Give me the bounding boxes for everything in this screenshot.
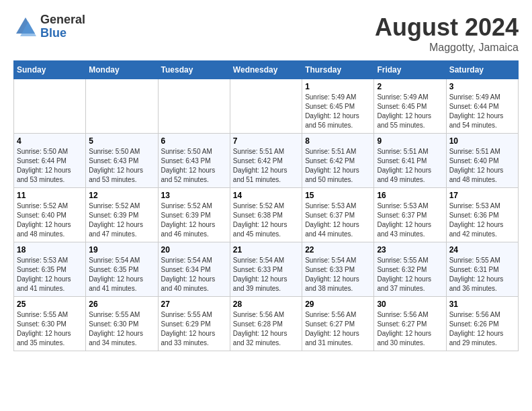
- calendar-cell: 15Sunrise: 5:53 AM Sunset: 6:37 PM Dayli…: [302, 188, 374, 242]
- day-info-text: Sunrise: 5:55 AM Sunset: 6:29 PM Dayligh…: [161, 310, 227, 348]
- calendar-cell: [86, 79, 158, 134]
- calendar-cell: 14Sunrise: 5:52 AM Sunset: 6:38 PM Dayli…: [230, 188, 302, 242]
- day-number: 7: [233, 136, 299, 146]
- page-header: General Blue August 2024 Maggotty, Jamai…: [13, 13, 519, 54]
- day-info-text: Sunrise: 5:54 AM Sunset: 6:33 PM Dayligh…: [305, 256, 371, 293]
- calendar-table: SundayMondayTuesdayWednesdayThursdayFrid…: [13, 60, 519, 351]
- day-info-text: Sunrise: 5:54 AM Sunset: 6:33 PM Dayligh…: [233, 256, 299, 293]
- calendar-cell: 2Sunrise: 5:49 AM Sunset: 6:45 PM Daylig…: [374, 79, 446, 134]
- day-info-text: Sunrise: 5:52 AM Sunset: 6:39 PM Dayligh…: [89, 201, 154, 239]
- calendar-cell: 5Sunrise: 5:50 AM Sunset: 6:43 PM Daylig…: [86, 134, 158, 188]
- day-number: 1: [305, 82, 371, 91]
- logo: General Blue: [13, 13, 85, 40]
- calendar-cell: 26Sunrise: 5:55 AM Sunset: 6:30 PM Dayli…: [86, 297, 158, 351]
- day-of-week-header: Wednesday: [230, 61, 302, 79]
- calendar-cell: 22Sunrise: 5:54 AM Sunset: 6:33 PM Dayli…: [302, 242, 374, 297]
- calendar-cell: 13Sunrise: 5:52 AM Sunset: 6:39 PM Dayli…: [158, 188, 230, 242]
- day-info-text: Sunrise: 5:51 AM Sunset: 6:40 PM Dayligh…: [449, 147, 515, 185]
- day-of-week-header: Friday: [374, 61, 446, 79]
- calendar-cell: 21Sunrise: 5:54 AM Sunset: 6:33 PM Dayli…: [230, 242, 302, 297]
- day-info-text: Sunrise: 5:55 AM Sunset: 6:31 PM Dayligh…: [449, 256, 515, 293]
- day-info-text: Sunrise: 5:56 AM Sunset: 6:27 PM Dayligh…: [305, 310, 371, 348]
- day-of-week-header: Thursday: [302, 61, 374, 79]
- day-info-text: Sunrise: 5:50 AM Sunset: 6:43 PM Dayligh…: [89, 147, 154, 185]
- day-number: 20: [161, 245, 227, 255]
- day-info-text: Sunrise: 5:56 AM Sunset: 6:28 PM Dayligh…: [233, 310, 299, 348]
- day-info-text: Sunrise: 5:50 AM Sunset: 6:43 PM Dayligh…: [161, 147, 227, 185]
- calendar-cell: 16Sunrise: 5:53 AM Sunset: 6:37 PM Dayli…: [374, 188, 446, 242]
- day-number: 18: [17, 245, 83, 255]
- calendar-cell: 3Sunrise: 5:49 AM Sunset: 6:44 PM Daylig…: [446, 79, 518, 134]
- day-info-text: Sunrise: 5:51 AM Sunset: 6:42 PM Dayligh…: [305, 147, 371, 185]
- title-block: August 2024 Maggotty, Jamaica: [375, 13, 519, 54]
- calendar-week-row: 4Sunrise: 5:50 AM Sunset: 6:44 PM Daylig…: [14, 134, 519, 188]
- calendar-week-row: 25Sunrise: 5:55 AM Sunset: 6:30 PM Dayli…: [14, 297, 519, 351]
- logo-icon: [13, 15, 38, 39]
- day-of-week-header: Saturday: [446, 61, 518, 79]
- day-number: 16: [377, 191, 443, 200]
- day-info-text: Sunrise: 5:53 AM Sunset: 6:37 PM Dayligh…: [377, 201, 443, 239]
- calendar-cell: 8Sunrise: 5:51 AM Sunset: 6:42 PM Daylig…: [302, 134, 374, 188]
- calendar-cell: 29Sunrise: 5:56 AM Sunset: 6:27 PM Dayli…: [302, 297, 374, 351]
- day-number: 12: [89, 191, 154, 200]
- day-number: 13: [161, 191, 227, 200]
- calendar-cell: 17Sunrise: 5:53 AM Sunset: 6:36 PM Dayli…: [446, 188, 518, 242]
- day-number: 28: [233, 300, 299, 309]
- day-number: 21: [233, 245, 299, 255]
- calendar-cell: 6Sunrise: 5:50 AM Sunset: 6:43 PM Daylig…: [158, 134, 230, 188]
- day-number: 23: [377, 245, 443, 255]
- calendar-cell: 4Sunrise: 5:50 AM Sunset: 6:44 PM Daylig…: [14, 134, 86, 188]
- day-number: 25: [17, 300, 83, 309]
- days-of-week-row: SundayMondayTuesdayWednesdayThursdayFrid…: [14, 61, 519, 79]
- day-number: 22: [305, 245, 371, 255]
- calendar-cell: 25Sunrise: 5:55 AM Sunset: 6:30 PM Dayli…: [14, 297, 86, 351]
- calendar-cell: 20Sunrise: 5:54 AM Sunset: 6:34 PM Dayli…: [158, 242, 230, 297]
- day-number: 17: [449, 191, 515, 200]
- calendar-cell: 7Sunrise: 5:51 AM Sunset: 6:42 PM Daylig…: [230, 134, 302, 188]
- calendar-header: SundayMondayTuesdayWednesdayThursdayFrid…: [14, 61, 519, 79]
- day-number: 27: [161, 300, 227, 309]
- calendar-cell: 30Sunrise: 5:56 AM Sunset: 6:27 PM Dayli…: [374, 297, 446, 351]
- day-info-text: Sunrise: 5:52 AM Sunset: 6:40 PM Dayligh…: [17, 201, 83, 239]
- day-info-text: Sunrise: 5:56 AM Sunset: 6:26 PM Dayligh…: [449, 310, 515, 348]
- calendar-week-row: 1Sunrise: 5:49 AM Sunset: 6:45 PM Daylig…: [14, 79, 519, 134]
- calendar-body: 1Sunrise: 5:49 AM Sunset: 6:45 PM Daylig…: [14, 79, 519, 351]
- calendar-cell: 1Sunrise: 5:49 AM Sunset: 6:45 PM Daylig…: [302, 79, 374, 134]
- calendar-cell: 10Sunrise: 5:51 AM Sunset: 6:40 PM Dayli…: [446, 134, 518, 188]
- day-number: 15: [305, 191, 371, 200]
- calendar-cell: 11Sunrise: 5:52 AM Sunset: 6:40 PM Dayli…: [14, 188, 86, 242]
- day-number: 9: [377, 136, 443, 146]
- day-info-text: Sunrise: 5:50 AM Sunset: 6:44 PM Dayligh…: [17, 147, 83, 185]
- day-info-text: Sunrise: 5:56 AM Sunset: 6:27 PM Dayligh…: [377, 310, 443, 348]
- day-number: 26: [89, 300, 154, 309]
- day-number: 3: [449, 82, 515, 91]
- logo-blue-text: Blue: [40, 27, 85, 40]
- logo-general-text: General: [40, 13, 85, 27]
- day-number: 8: [305, 136, 371, 146]
- calendar-cell: 19Sunrise: 5:54 AM Sunset: 6:35 PM Dayli…: [86, 242, 158, 297]
- day-number: 31: [449, 300, 515, 309]
- day-number: 2: [377, 82, 443, 91]
- day-info-text: Sunrise: 5:49 AM Sunset: 6:45 PM Dayligh…: [377, 93, 443, 130]
- day-of-week-header: Sunday: [14, 61, 86, 79]
- calendar-week-row: 11Sunrise: 5:52 AM Sunset: 6:40 PM Dayli…: [14, 188, 519, 242]
- calendar-cell: [230, 79, 302, 134]
- day-number: 24: [449, 245, 515, 255]
- calendar-cell: 12Sunrise: 5:52 AM Sunset: 6:39 PM Dayli…: [86, 188, 158, 242]
- day-info-text: Sunrise: 5:53 AM Sunset: 6:37 PM Dayligh…: [305, 201, 371, 239]
- month-year-title: August 2024: [375, 13, 519, 42]
- day-info-text: Sunrise: 5:53 AM Sunset: 6:35 PM Dayligh…: [17, 256, 83, 293]
- calendar-cell: [14, 79, 86, 134]
- day-number: 6: [161, 136, 227, 146]
- day-number: 29: [305, 300, 371, 309]
- day-info-text: Sunrise: 5:49 AM Sunset: 6:44 PM Dayligh…: [449, 93, 515, 130]
- day-info-text: Sunrise: 5:51 AM Sunset: 6:41 PM Dayligh…: [377, 147, 443, 185]
- day-info-text: Sunrise: 5:54 AM Sunset: 6:34 PM Dayligh…: [161, 256, 227, 293]
- day-info-text: Sunrise: 5:55 AM Sunset: 6:32 PM Dayligh…: [377, 256, 443, 293]
- day-number: 14: [233, 191, 299, 200]
- calendar-cell: 28Sunrise: 5:56 AM Sunset: 6:28 PM Dayli…: [230, 297, 302, 351]
- day-number: 5: [89, 136, 154, 146]
- day-info-text: Sunrise: 5:52 AM Sunset: 6:38 PM Dayligh…: [233, 201, 299, 239]
- logo-text: General Blue: [40, 13, 85, 40]
- calendar-cell: 27Sunrise: 5:55 AM Sunset: 6:29 PM Dayli…: [158, 297, 230, 351]
